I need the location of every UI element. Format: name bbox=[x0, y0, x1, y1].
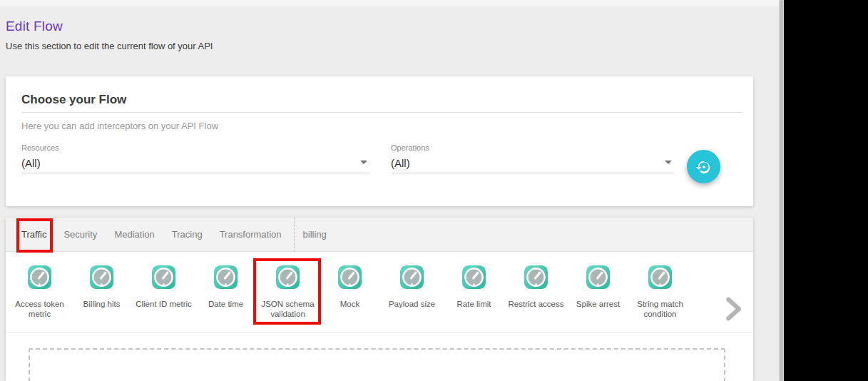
gauge-policy-icon bbox=[27, 265, 52, 290]
tab-mediation[interactable]: Mediation bbox=[106, 218, 163, 251]
policy-label: JSON schema validation bbox=[254, 299, 322, 319]
flow-card-title: Choose your Flow bbox=[21, 93, 126, 107]
policy-label: Access token metric bbox=[6, 299, 74, 319]
tab-transformation[interactable]: Transformation bbox=[211, 218, 290, 251]
policy-label: Billing hits bbox=[68, 299, 136, 309]
policy-label: Client ID metric bbox=[130, 299, 198, 309]
settings-backup-restore-icon bbox=[696, 159, 712, 175]
top-strip bbox=[0, 0, 780, 6]
gauge-policy-icon bbox=[648, 265, 673, 290]
resources-select[interactable]: Resources (All) bbox=[21, 143, 369, 173]
policy-item[interactable]: Access token metric bbox=[9, 253, 71, 319]
reset-flow-button[interactable] bbox=[687, 150, 720, 183]
page-header: Edit Flow Use this section to edit the c… bbox=[6, 19, 213, 51]
resources-select-label: Resources bbox=[21, 143, 369, 152]
policies-card: Traffic Security Mediation Tracing Trans… bbox=[6, 218, 753, 381]
dropdown-arrow-icon[interactable] bbox=[665, 161, 672, 164]
tab-traffic[interactable]: Traffic bbox=[13, 218, 55, 251]
policy-item[interactable]: Spike arrest bbox=[567, 253, 629, 319]
choose-flow-card: Choose your Flow Here you can add interc… bbox=[6, 76, 753, 206]
policy-item[interactable]: Rate limit bbox=[443, 253, 505, 319]
gauge-policy-icon bbox=[399, 265, 424, 290]
policy-label: Restrict access bbox=[502, 299, 571, 309]
policy-label: Date time bbox=[192, 299, 260, 309]
resources-select-value: (All) bbox=[21, 157, 369, 169]
page-subtitle: Use this section to edit the current flo… bbox=[6, 41, 213, 51]
gauge-policy-icon bbox=[337, 265, 362, 290]
policy-label: Rate limit bbox=[440, 299, 509, 309]
page-title: Edit Flow bbox=[6, 19, 213, 34]
flow-card-divider bbox=[21, 112, 743, 113]
policies-divider bbox=[6, 332, 753, 333]
policy-item[interactable]: Client ID metric bbox=[133, 253, 195, 319]
gauge-policy-icon bbox=[524, 265, 548, 290]
policy-label: Spike arrest bbox=[564, 299, 633, 309]
gauge-policy-icon bbox=[586, 265, 611, 290]
policy-item[interactable]: Date time bbox=[195, 253, 257, 319]
policy-category-tabs: Traffic Security Mediation Tracing Trans… bbox=[6, 218, 753, 252]
operations-select-value: (All) bbox=[391, 157, 674, 169]
chevron-right-icon bbox=[722, 295, 745, 323]
tab-billing[interactable]: billing bbox=[295, 218, 335, 251]
policy-item[interactable]: Billing hits bbox=[71, 253, 133, 319]
dropdown-arrow-icon[interactable] bbox=[360, 161, 367, 164]
operations-select[interactable]: Operations (All) bbox=[391, 143, 674, 173]
next-policies-button[interactable] bbox=[719, 293, 747, 325]
gauge-policy-icon bbox=[89, 265, 114, 290]
policy-item[interactable]: String match condition bbox=[629, 253, 691, 319]
tab-security[interactable]: Security bbox=[55, 218, 106, 251]
gauge-policy-icon bbox=[151, 265, 176, 290]
policy-label: String match condition bbox=[626, 299, 695, 319]
policy-label: Payload size bbox=[378, 299, 446, 309]
gauge-policy-icon bbox=[461, 265, 486, 290]
policy-item[interactable]: JSON schema validation bbox=[257, 253, 319, 319]
policy-label: Mock bbox=[316, 299, 384, 309]
flow-card-subtitle: Here you can add interceptors on your AP… bbox=[21, 121, 218, 131]
policy-item[interactable]: Payload size bbox=[381, 253, 443, 319]
policy-item[interactable]: Restrict access bbox=[505, 253, 567, 319]
black-side-panel bbox=[784, 0, 868, 381]
policy-item[interactable]: Mock bbox=[319, 253, 381, 319]
gauge-policy-icon bbox=[275, 265, 300, 290]
operations-select-label: Operations bbox=[391, 143, 674, 152]
policy-list: Access token metric Billing hits bbox=[9, 253, 691, 319]
flow-dropzone[interactable] bbox=[29, 348, 725, 381]
tab-tracing[interactable]: Tracing bbox=[163, 218, 211, 251]
gauge-policy-icon bbox=[213, 265, 238, 290]
scrollbar-thumb[interactable] bbox=[780, 0, 783, 381]
